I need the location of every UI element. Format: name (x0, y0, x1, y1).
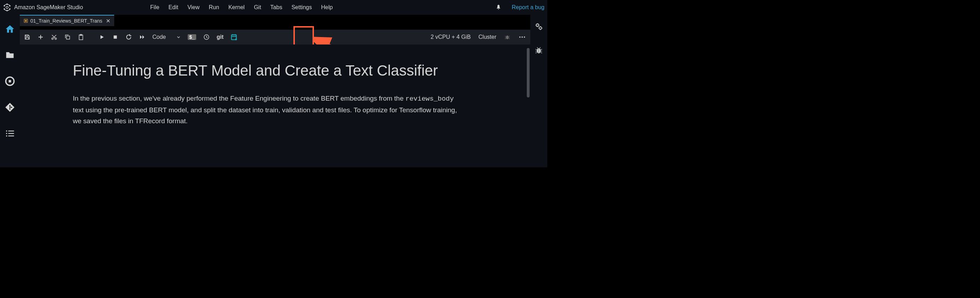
svg-point-2 (10, 5, 10, 6)
svg-point-21 (540, 28, 541, 29)
stop-icon[interactable] (112, 34, 118, 40)
cut-icon[interactable] (51, 34, 57, 40)
menu-edit[interactable]: Edit (169, 4, 178, 11)
svg-rect-17 (8, 136, 14, 136)
menu-help[interactable]: Help (321, 4, 332, 11)
save-icon[interactable] (24, 34, 30, 40)
svg-rect-31 (114, 36, 117, 39)
running-icon[interactable] (5, 76, 15, 86)
tab-bar: 01_Train_Reviews_BERT_Trans (20, 15, 530, 26)
paste-icon[interactable] (78, 34, 84, 40)
fast-forward-icon[interactable] (139, 34, 145, 40)
folder-icon[interactable] (5, 50, 15, 60)
history-icon[interactable] (203, 34, 210, 40)
cell-type-selector[interactable]: Code (153, 34, 181, 40)
app-title: Amazon SageMaker Studio (14, 4, 83, 11)
sagemaker-logo-icon (3, 3, 11, 12)
svg-point-16 (6, 135, 8, 136)
menu-kernel[interactable]: Kernel (228, 4, 245, 11)
notebook-content[interactable]: Fine-Tuning a BERT Model and Create a Te… (20, 44, 530, 167)
menu-git[interactable]: Git (254, 4, 261, 11)
gears-icon[interactable] (535, 22, 542, 30)
terminal-icon[interactable]: $_ (188, 34, 196, 40)
left-sidebar (0, 15, 20, 167)
main-area: 01_Train_Reviews_BERT_Trans (20, 15, 530, 167)
top-menu-bar: Amazon SageMaker Studio File Edit View R… (0, 0, 547, 15)
scrollbar[interactable] (527, 48, 530, 97)
cell-type-label: Code (153, 34, 166, 40)
copy-icon[interactable] (64, 34, 71, 40)
debug-icon[interactable] (535, 47, 542, 54)
tab-notebook[interactable]: 01_Train_Reviews_BERT_Trans (20, 15, 114, 26)
notifications-icon[interactable] (495, 4, 502, 11)
svg-point-14 (6, 133, 8, 134)
para-text-1: In the previous section, we've already p… (73, 95, 406, 102)
menu-settings[interactable]: Settings (291, 4, 312, 11)
chevron-down-icon (177, 35, 181, 39)
menu-view[interactable]: View (188, 4, 199, 11)
right-sidebar (530, 15, 547, 167)
toolbar-right: 2 vCPU + 4 GiB Cluster (431, 33, 526, 41)
svg-point-3 (10, 8, 10, 9)
git-icon[interactable] (5, 102, 15, 112)
cluster-label[interactable]: Cluster (478, 34, 496, 40)
git-button[interactable]: git (217, 34, 224, 40)
notebook-toolbar: Code $_ git 2 vCPU + 4 GiB Cluster (20, 30, 530, 44)
para-text-2: text using the pre-trained BERT model, a… (73, 106, 457, 125)
svg-point-6 (4, 5, 5, 6)
document-title: Fine-Tuning a BERT Model and Create a Te… (73, 62, 477, 80)
menu-file[interactable]: File (150, 4, 159, 11)
notebook-file-icon (23, 18, 28, 23)
svg-point-36 (522, 36, 523, 38)
schedule-notebook-icon[interactable] (231, 33, 238, 41)
svg-point-34 (506, 36, 509, 40)
toc-icon[interactable] (5, 128, 15, 138)
tab-label: 01_Train_Reviews_BERT_Trans (30, 18, 102, 24)
svg-rect-15 (8, 133, 14, 134)
inline-code: reviews_body (406, 95, 454, 103)
report-bug-link[interactable]: Report a bug (512, 4, 544, 11)
add-cell-icon[interactable] (38, 34, 44, 40)
top-bar-right: Report a bug (495, 4, 544, 11)
document-paragraph: In the previous section, we've already p… (73, 93, 462, 127)
svg-point-19 (537, 25, 538, 25)
close-icon[interactable] (106, 18, 111, 23)
svg-point-37 (524, 36, 525, 38)
svg-point-12 (6, 130, 8, 132)
logo-area: Amazon SageMaker Studio (3, 3, 83, 12)
svg-rect-25 (25, 20, 27, 22)
svg-rect-28 (67, 36, 70, 39)
svg-point-5 (4, 8, 5, 9)
svg-point-0 (6, 6, 8, 8)
menu-tabs[interactable]: Tabs (270, 4, 283, 11)
svg-rect-13 (8, 131, 14, 132)
restart-icon[interactable] (126, 34, 132, 40)
menu-items: File Edit View Run Kernel Git Tabs Setti… (150, 4, 332, 11)
more-icon[interactable] (518, 33, 526, 41)
home-icon[interactable] (5, 24, 15, 34)
svg-point-1 (7, 4, 8, 5)
compute-type[interactable]: 2 vCPU + 4 GiB (431, 34, 471, 40)
run-icon[interactable] (99, 34, 105, 40)
svg-point-4 (7, 10, 8, 11)
svg-rect-8 (9, 80, 11, 82)
kernel-status-icon[interactable] (504, 34, 511, 40)
menu-run[interactable]: Run (209, 4, 219, 11)
svg-point-35 (519, 36, 521, 38)
